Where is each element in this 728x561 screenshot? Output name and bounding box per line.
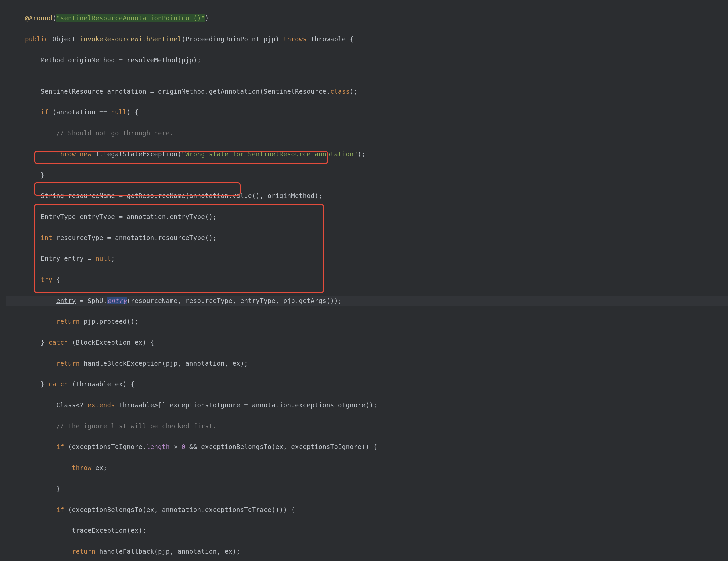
code-line: String resourceName = getResourceName(an… xyxy=(9,191,728,201)
code-line: @Around("sentinelResourceAnnotationPoint… xyxy=(9,13,728,23)
code-line: if (exceptionsToIgnore.length > 0 && exc… xyxy=(9,442,728,452)
code-line: // Should not go through here. xyxy=(9,128,728,138)
code-line: } xyxy=(9,484,728,494)
code-line: Method originMethod = resolveMethod(pjp)… xyxy=(9,55,728,65)
code-line: public Object invokeResourceWithSentinel… xyxy=(9,34,728,44)
code-line: SentinelResource annotation = originMeth… xyxy=(9,86,728,97)
code-line: throw new IllegalStateException("Wrong s… xyxy=(9,149,728,159)
code-line: // The ignore list will be checked first… xyxy=(9,421,728,431)
code-line: if (annotation == null) { xyxy=(9,107,728,117)
code-line: return handleFallback(pjp, annotation, e… xyxy=(9,546,728,557)
code-line: try { xyxy=(9,274,728,285)
code-line: EntryType entryType = annotation.entryTy… xyxy=(9,212,728,222)
code-line: return pjp.proceed(); xyxy=(9,316,728,327)
code-line: int resourceType = annotation.resourceTy… xyxy=(9,233,728,243)
code-line: Class<? extends Throwable>[] exceptionsT… xyxy=(9,400,728,410)
code-line: if (exceptionBelongsTo(ex, annotation.ex… xyxy=(9,505,728,515)
code-line: return handleBlockException(pjp, annotat… xyxy=(9,358,728,369)
code-line: } catch (Throwable ex) { xyxy=(9,379,728,389)
code-line-highlighted: entry = SphU.entry(resourceName, resourc… xyxy=(9,296,728,306)
code-editor[interactable]: @Around("sentinelResourceAnnotationPoint… xyxy=(9,3,728,561)
code-line: Entry entry = null; xyxy=(9,253,728,264)
code-line: traceException(ex); xyxy=(9,525,728,536)
code-line: } xyxy=(9,170,728,180)
code-line: throw ex; xyxy=(9,463,728,473)
code-line: } catch (BlockException ex) { xyxy=(9,337,728,348)
editor-gutter xyxy=(0,0,6,561)
